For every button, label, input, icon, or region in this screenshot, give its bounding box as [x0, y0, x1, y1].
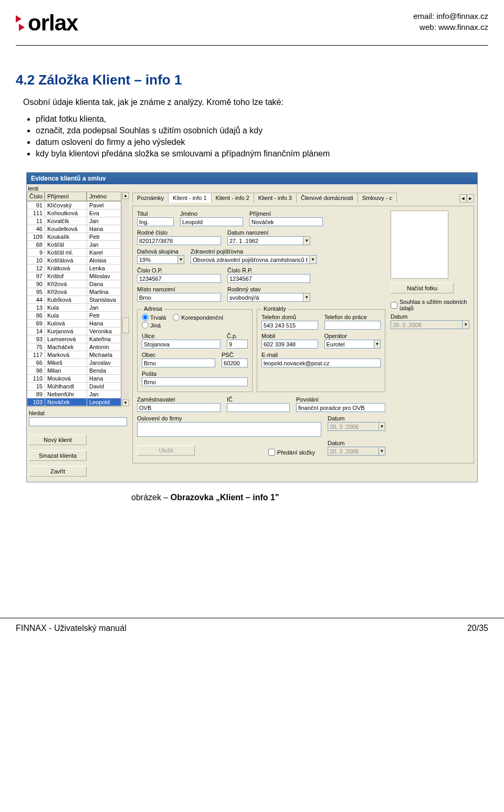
checkbox-predani[interactable]: Předání složky [268, 449, 315, 456]
scroll-thumb[interactable] [122, 318, 129, 333]
delete-client-button[interactable]: Smazat klienta [29, 450, 87, 461]
new-client-button[interactable]: Nový klient [29, 435, 87, 445]
save-button[interactable]: Uložit [137, 445, 195, 456]
tab-household[interactable]: Členové domácnosti [296, 193, 358, 203]
input-operator[interactable] [324, 340, 374, 349]
contact-block: email: info@finnax.cz web: www.finnax.cz [413, 10, 488, 33]
input-osloveni[interactable] [137, 422, 321, 437]
table-row[interactable]: 10KošťálováAloisia [27, 257, 121, 265]
input-cp[interactable] [227, 340, 248, 349]
dropdown-icon[interactable]: ▼ [177, 255, 184, 264]
input-mobil[interactable] [261, 340, 318, 349]
photo-column: Načíst fotku Souhlas s užitím osobních ú… [391, 210, 469, 459]
radio-jina[interactable]: Jiná [142, 322, 161, 329]
input-titul[interactable] [137, 217, 174, 226]
table-row[interactable]: 95KřížováMartina [27, 288, 121, 296]
dropdown-icon[interactable]: ▼ [379, 422, 385, 431]
input-rp[interactable] [227, 274, 310, 283]
label-tel-work: Telefon do práce [324, 314, 381, 320]
radio-trvala[interactable]: Trvalá [142, 314, 166, 321]
table-row[interactable]: 9Košťál ml.Karel [27, 249, 121, 257]
input-dob[interactable] [227, 236, 303, 245]
col-header-firstname[interactable]: Jméno [87, 192, 121, 201]
dropdown-icon[interactable]: ▼ [303, 293, 310, 302]
table-row[interactable]: 103NováčekLeopold [27, 398, 121, 406]
cell-number: 15 [27, 383, 45, 390]
dropdown-icon[interactable]: ▼ [374, 340, 381, 349]
dropdown-icon[interactable]: ▼ [379, 447, 385, 456]
input-marital[interactable] [227, 293, 303, 302]
table-row[interactable]: 90KřížováDana [27, 280, 121, 288]
search-input[interactable] [29, 417, 127, 426]
input-psc[interactable] [222, 358, 248, 367]
grid-scrollbar[interactable]: ▲ ▼ [121, 192, 129, 407]
cell-number: 89 [27, 391, 45, 398]
input-tel-work[interactable] [324, 321, 381, 330]
table-row[interactable]: 14KurjanováVeronika [27, 328, 121, 335]
cell-number: 46 [27, 225, 45, 233]
table-row[interactable]: 75MacháčekAntonín [27, 343, 121, 351]
scroll-up-icon[interactable]: ▲ [122, 192, 129, 199]
table-row[interactable]: 68KošťálJan [27, 241, 121, 249]
cell-number: 98 [27, 367, 45, 374]
table-row[interactable]: 89NebenführJan [27, 391, 121, 398]
table-row[interactable]: 66MikešJaroslav [27, 359, 121, 367]
input-rc[interactable] [137, 236, 221, 245]
tab-scroll-left-icon[interactable]: ◄ [459, 194, 467, 203]
tab-klient-info-2[interactable]: Klient - info 2 [211, 193, 254, 203]
input-occupation[interactable] [296, 403, 385, 412]
table-row[interactable]: 111KohoutkováEva [27, 209, 121, 217]
table-row[interactable]: 44KubíkováStanislava [27, 296, 121, 304]
input-tel-home[interactable] [261, 321, 318, 330]
tab-scroll-right-icon[interactable]: ► [467, 194, 474, 203]
table-row[interactable]: 97KrištofMiloslav [27, 272, 121, 280]
table-row[interactable]: 12KrátkováLenka [27, 265, 121, 272]
radio-koresp[interactable]: Korespondenční [173, 314, 223, 321]
input-birthplace[interactable] [137, 293, 221, 302]
table-row[interactable]: 86KulaPetr [27, 312, 121, 320]
input-insurance[interactable] [191, 255, 309, 264]
input-ic[interactable] [227, 403, 290, 412]
tab-contracts[interactable]: Smlouvy - c [358, 193, 397, 203]
tab-klient-info-1[interactable]: Klient - info 1 [168, 193, 211, 203]
label-op: Číslo O.P. [137, 267, 221, 273]
table-row[interactable]: 15MühlhandlDavid [27, 383, 121, 391]
tab-klient-info-3[interactable]: Klient - info 3 [254, 193, 297, 203]
table-row[interactable]: 110MoukováHana [27, 375, 121, 383]
load-photo-button[interactable]: Načíst fotku [391, 283, 454, 293]
input-email[interactable] [261, 358, 381, 367]
table-row[interactable]: 93LamserováKateřina [27, 335, 121, 343]
input-prijmeni[interactable] [249, 217, 323, 226]
table-row[interactable]: 109KoukalíkPetr [27, 233, 121, 241]
table-row[interactable]: 13KulaJan [27, 304, 121, 312]
input-taxgroup[interactable] [137, 255, 177, 264]
col-header-number[interactable]: Číslo [27, 192, 45, 201]
input-op[interactable] [137, 274, 221, 283]
dropdown-icon[interactable]: ▼ [309, 255, 317, 264]
label-taxgroup: Daňová skupina [137, 248, 184, 255]
table-row[interactable]: 117MarkováMichaela [27, 351, 121, 359]
dropdown-icon[interactable]: ▼ [303, 236, 310, 245]
label-cp: Č.p. [227, 333, 248, 339]
client-grid[interactable]: 91KlíčovskýPavel111KohoutkováEva11Kovalč… [27, 201, 121, 407]
input-jmeno[interactable] [180, 217, 243, 226]
table-row[interactable]: 69KulováHana [27, 320, 121, 328]
cell-firstname: Petr [87, 233, 121, 240]
cell-number: 103 [27, 398, 45, 406]
input-employer[interactable] [137, 403, 220, 412]
table-row[interactable]: 46KoudelkováHana [27, 225, 121, 233]
table-row[interactable]: 98MilanBenda [27, 367, 121, 375]
bullet-list: přidat fotku klienta, označit, zda podep… [36, 114, 488, 159]
table-row[interactable]: 11KovalčíkJan [27, 217, 121, 225]
checkbox-consent[interactable]: Souhlas s užitím osobních údajů [391, 299, 469, 311]
scroll-down-icon[interactable]: ▼ [122, 399, 129, 406]
close-button[interactable]: Zavřít [29, 466, 87, 477]
input-posta[interactable] [142, 377, 248, 386]
tab-scroll[interactable]: ◄ ► [459, 194, 474, 203]
tab-notes[interactable]: Poznámky [132, 193, 169, 203]
col-header-surname[interactable]: Příjmení [45, 192, 87, 201]
table-row[interactable]: 91KlíčovskýPavel [27, 202, 121, 209]
input-obec[interactable] [142, 358, 215, 367]
dropdown-icon[interactable]: ▼ [462, 320, 469, 329]
input-ulice[interactable] [142, 340, 220, 349]
